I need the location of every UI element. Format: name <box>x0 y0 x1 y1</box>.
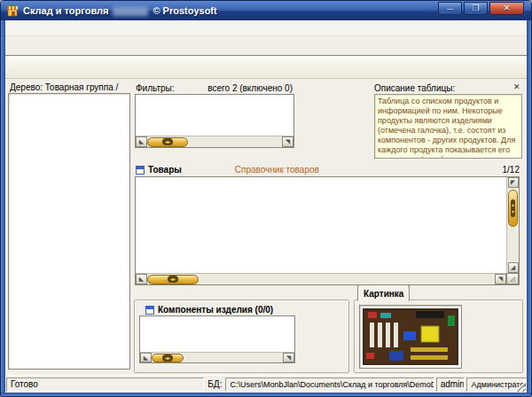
window-title: Склад и торговля © Prostoysoft <box>23 5 217 16</box>
scroll-right-button[interactable]: ◥ <box>283 353 294 362</box>
table-icon <box>136 166 145 175</box>
status-user: admin <box>436 378 466 392</box>
components-title: Компоненты изделия (0/0) <box>158 305 273 315</box>
description-label: Описание таблицы: <box>374 83 455 93</box>
db-path: C:\Users\MonbJlan\Documents\Склад и торг… <box>225 378 434 392</box>
category-tree <box>8 93 130 370</box>
scroll-left-button[interactable]: ◣ <box>136 274 147 284</box>
close-button[interactable] <box>489 2 524 15</box>
filters-count: всего 2 (включено 0) <box>136 83 293 93</box>
tab-picture[interactable]: Картинка <box>357 284 410 301</box>
window-border-bottom <box>1 393 531 396</box>
filter-grid-hscrollbar[interactable]: ◣ ◂▸ ◥ <box>136 136 293 147</box>
components-grid: ◣ ◂▸ ◥ <box>139 315 295 363</box>
table-description: Таблица со списком продуктов и информаци… <box>374 94 522 159</box>
redacted-text <box>113 6 148 16</box>
app-window: Склад и торговля © Prostoysoft Дерево: Т… <box>0 0 532 397</box>
main-table-title: Товары <box>148 165 182 175</box>
table-icon <box>145 306 154 315</box>
scroll-right-button[interactable]: ◥ <box>495 274 506 284</box>
tree-panel-label: Дерево: Товарная группа / <box>10 82 118 92</box>
filter-grid: ◣ ◂▸ ◥ <box>135 94 294 148</box>
scroll-down-button[interactable]: ◢ <box>508 262 519 273</box>
main-grid-vscrollbar[interactable]: ◤ ▴▾ ◢ <box>506 177 519 273</box>
main-grid-hscrollbar[interactable]: ◣ ◂▸ ◥ <box>136 273 506 284</box>
components-header: Компоненты изделия (0/0) <box>145 305 273 315</box>
scrollbar-thumb[interactable]: ◂▸ <box>147 137 188 147</box>
scrollbar-thumb[interactable]: ▴▾ <box>508 190 518 227</box>
menu-bar <box>5 20 527 36</box>
toolbar <box>5 56 527 79</box>
scrollbar-thumb[interactable]: ◂▸ <box>152 354 184 362</box>
scroll-up-button[interactable]: ◤ <box>508 177 519 188</box>
close-description-icon[interactable]: ✕ <box>513 82 520 91</box>
scroll-left-button[interactable]: ◣ <box>136 136 147 147</box>
maximize-button[interactable] <box>464 2 488 15</box>
db-label: БД: <box>204 379 225 389</box>
title-bar: Склад и торговля © Prostoysoft <box>1 1 531 20</box>
components-hscrollbar[interactable]: ◣ ◂▸ ◥ <box>140 352 294 362</box>
product-photo <box>363 308 458 365</box>
scroll-corner-button[interactable]: ◿ <box>506 273 519 284</box>
main-tab-bar <box>5 36 527 56</box>
record-counter: 1/12 <box>503 165 520 175</box>
scroll-left-button[interactable]: ◣ <box>140 353 152 362</box>
main-table-header: Товары Справочник товаров 1/12 <box>136 165 520 175</box>
scrollbar-thumb[interactable]: ◂▸ <box>147 275 199 284</box>
status-message: Готово <box>6 378 204 392</box>
window-border-right <box>527 20 531 396</box>
main-grid: ◤ ▴▾ ◢ ◣ ◂▸ ◥ ◿ <box>135 176 520 285</box>
product-photo-frame <box>359 305 462 369</box>
main-table-subtitle: Справочник товаров <box>235 165 319 175</box>
status-bar: Готово БД: C:\Users\MonbJlan\Documents\С… <box>5 375 527 393</box>
minimize-button[interactable] <box>438 2 462 15</box>
scroll-right-button[interactable]: ◥ <box>282 136 293 147</box>
app-icon <box>6 4 19 17</box>
resize-grip[interactable] <box>515 381 526 392</box>
picture-tab-bar: Картинка <box>356 284 410 300</box>
window-border-left <box>1 20 5 396</box>
